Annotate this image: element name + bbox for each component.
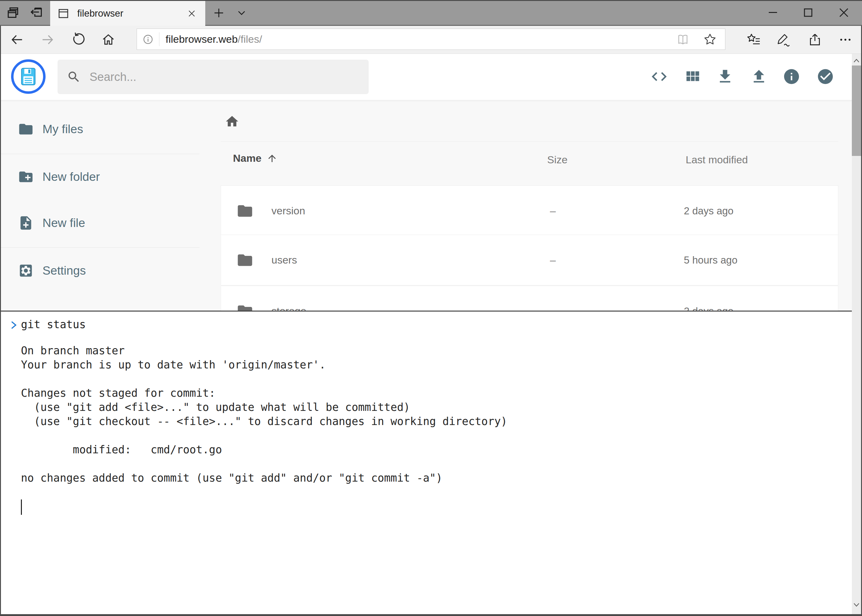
terminal-output: On branch master Your branch is up to da…: [21, 344, 507, 485]
sidebar-item-new-file[interactable]: New file: [0, 204, 203, 241]
back-button[interactable]: [7, 30, 27, 49]
chevron-down-icon: [235, 7, 248, 19]
grid-view-icon: [684, 68, 701, 85]
select-multiple-button[interactable]: [816, 68, 834, 85]
scrollbar-thumb[interactable]: [852, 66, 861, 156]
terminal-command: git status: [21, 316, 86, 332]
favorites-hub-icon: [746, 32, 761, 47]
column-header-size[interactable]: Size: [547, 152, 567, 167]
new-tab-icon: [212, 6, 225, 19]
scroll-down-icon[interactable]: [853, 602, 860, 607]
floppy-disk-icon: [19, 67, 38, 86]
back-icon: [9, 32, 25, 47]
folder-icon: [236, 251, 254, 269]
home-button[interactable]: [98, 30, 118, 49]
forward-icon: [40, 32, 55, 47]
breadcrumb-divider: [221, 141, 838, 142]
file-modified: 5 hours ago: [684, 235, 738, 285]
tab-menu-button[interactable]: [233, 4, 251, 22]
close-button[interactable]: [828, 0, 860, 25]
file-size: –: [550, 186, 556, 236]
more-menu-button[interactable]: [835, 30, 855, 49]
info-button[interactable]: [783, 68, 801, 85]
url-text: filebrowser.web/files/: [165, 33, 262, 45]
upload-button[interactable]: [750, 68, 768, 85]
sidebar-item-new-folder[interactable]: New folder: [0, 159, 203, 195]
minimize-button[interactable]: [757, 0, 789, 25]
app-header: [0, 54, 862, 100]
search-icon: [67, 70, 81, 84]
share-icon: [807, 32, 823, 47]
window-border-left: [0, 26, 1, 616]
page-info-icon[interactable]: [142, 34, 154, 45]
reading-view-icon[interactable]: [676, 32, 690, 46]
refresh-icon: [70, 32, 85, 47]
terminal-cursor: [21, 500, 22, 515]
tab-preview-icon: [6, 6, 20, 20]
sidebar-item-label: New file: [43, 216, 85, 230]
browser-toolbar: filebrowser.web/files/: [0, 26, 862, 54]
file-name: version: [271, 186, 305, 236]
search-box[interactable]: [58, 60, 369, 94]
forward-button[interactable]: [38, 30, 58, 49]
refresh-button[interactable]: [68, 30, 88, 49]
favorites-hub-button[interactable]: [744, 30, 764, 49]
terminal-panel[interactable]: git status On branch master Your branch …: [0, 311, 852, 616]
prompt-chevron-icon: [9, 319, 18, 331]
set-tabs-aside-button[interactable]: [27, 4, 45, 22]
scroll-up-icon[interactable]: [853, 58, 860, 64]
folder-icon: [236, 202, 254, 220]
address-bar[interactable]: filebrowser.web/files/: [137, 28, 725, 50]
tab-preview-button[interactable]: [4, 4, 22, 22]
upload-icon: [750, 68, 768, 85]
sidebar-item-settings[interactable]: Settings: [0, 252, 203, 289]
file-row-version[interactable]: version – 2 days ago: [221, 185, 838, 236]
window-border-bottom: [0, 614, 862, 616]
filebrowser-logo[interactable]: [11, 59, 46, 94]
annotate-button[interactable]: [773, 30, 793, 49]
code-icon: [650, 68, 668, 85]
column-header-modified[interactable]: Last modified: [686, 152, 748, 167]
info-icon: [783, 68, 801, 85]
urlbar-separator: [159, 32, 159, 46]
file-name: users: [271, 235, 297, 285]
page-icon: [57, 7, 70, 20]
listing-header: Name Size Last modified: [216, 152, 852, 171]
sidebar-item-label: Settings: [43, 264, 86, 277]
page-scrollbar[interactable]: [852, 54, 861, 614]
minimize-icon: [766, 5, 780, 20]
code-view-button[interactable]: [650, 68, 668, 85]
breadcrumb-home-icon: [225, 114, 240, 129]
url-path: /files/: [238, 33, 262, 45]
breadcrumb-home-button[interactable]: [225, 114, 240, 129]
file-size: –: [550, 235, 556, 285]
browser-tab[interactable]: filebrowser: [50, 1, 205, 26]
file-row-users[interactable]: users – 5 hours ago: [221, 235, 838, 285]
window-border-top: [0, 0, 862, 1]
column-label: Name: [233, 152, 262, 164]
check-circle-icon: [816, 68, 834, 85]
new-file-icon: [18, 215, 34, 231]
edge-browser-window: { "browser": { "tab_title": "filebrowser…: [0, 0, 862, 616]
tab-title: filebrowser: [77, 8, 186, 19]
grid-view-button[interactable]: [684, 68, 701, 85]
column-header-name[interactable]: Name: [233, 152, 277, 164]
maximize-button[interactable]: [792, 0, 824, 25]
sidebar-item-label: New folder: [43, 170, 100, 184]
download-button[interactable]: [716, 68, 734, 85]
sidebar-divider: [0, 154, 199, 154]
sidebar-divider: [0, 247, 199, 248]
file-modified: 2 days ago: [684, 186, 733, 236]
new-tab-button[interactable]: [210, 4, 228, 22]
create-new-folder-icon: [18, 169, 34, 185]
favorite-star-icon[interactable]: [703, 32, 717, 46]
url-host: filebrowser.web: [165, 33, 238, 45]
share-button[interactable]: [805, 30, 825, 49]
home-icon: [101, 32, 116, 47]
tab-close-button[interactable]: [186, 8, 197, 19]
set-tabs-aside-icon: [29, 6, 43, 20]
search-input[interactable]: [90, 71, 342, 84]
maximize-icon: [801, 5, 816, 20]
settings-icon: [18, 262, 34, 279]
sidebar-item-my-files[interactable]: My files: [0, 111, 203, 148]
